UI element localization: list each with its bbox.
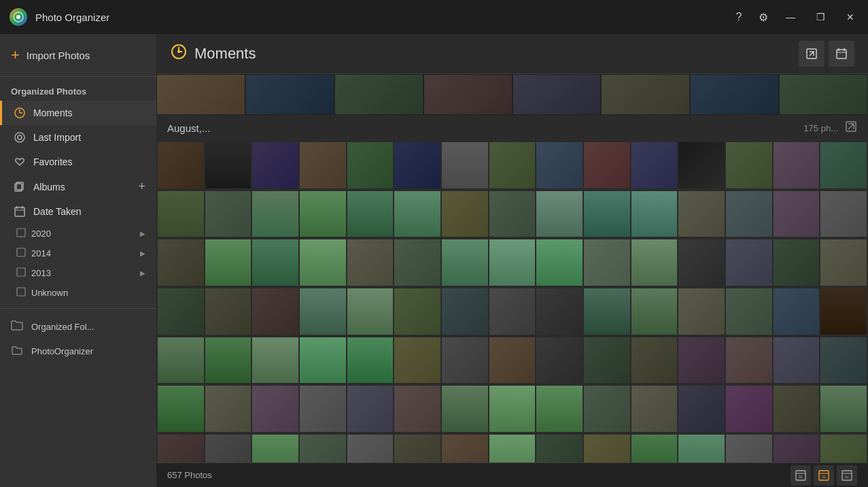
table-row[interactable]	[726, 337, 772, 384]
table-row[interactable]	[347, 288, 394, 335]
sidebar-year-2020[interactable]: 2020 ▶	[0, 224, 156, 244]
table-row[interactable]	[300, 386, 346, 432]
table-row[interactable]	[678, 191, 725, 237]
table-row[interactable]	[489, 337, 536, 384]
table-row[interactable]	[584, 239, 630, 286]
table-row[interactable]	[678, 142, 725, 188]
table-row[interactable]	[820, 288, 867, 335]
table-row[interactable]	[394, 337, 440, 384]
table-row[interactable]	[726, 191, 772, 237]
table-row[interactable]	[347, 191, 394, 237]
sidebar-year-2013[interactable]: 2013 ▶	[0, 263, 156, 283]
table-row[interactable]	[584, 435, 630, 463]
table-row[interactable]	[726, 239, 772, 286]
table-row[interactable]	[584, 142, 630, 188]
table-row[interactable]	[631, 239, 678, 286]
strip-photo-2[interactable]	[245, 74, 334, 115]
import-photos-button[interactable]: + Import Photos	[0, 34, 156, 77]
close-button[interactable]: ✕	[841, 7, 860, 27]
strip-photo-3[interactable]	[334, 74, 423, 115]
table-row[interactable]	[584, 288, 630, 335]
table-row[interactable]	[774, 386, 820, 432]
table-row[interactable]	[536, 239, 583, 286]
table-row[interactable]	[394, 435, 440, 463]
strip-photo-4[interactable]	[423, 74, 513, 115]
sidebar-photo-organizer-folder[interactable]: PhotoOrganizer	[0, 339, 156, 363]
table-row[interactable]	[726, 288, 772, 335]
table-row[interactable]	[820, 239, 867, 286]
table-row[interactable]	[442, 386, 488, 432]
strip-photo-1[interactable]	[156, 74, 245, 115]
sidebar-item-favorites[interactable]: Favorites	[0, 150, 156, 174]
table-row[interactable]	[631, 142, 678, 188]
table-row[interactable]	[726, 386, 772, 432]
table-row[interactable]	[158, 386, 204, 432]
table-row[interactable]	[489, 239, 536, 286]
minimize-button[interactable]: —	[781, 7, 800, 27]
table-row[interactable]	[820, 142, 867, 188]
export-view-button[interactable]	[799, 41, 824, 67]
table-row[interactable]	[584, 386, 630, 432]
sidebar-item-moments[interactable]: Moments	[0, 101, 156, 125]
month-export-icon[interactable]	[845, 120, 857, 135]
table-row[interactable]	[158, 435, 204, 463]
sidebar-item-unknown[interactable]: Unknown	[0, 283, 156, 303]
table-row[interactable]	[347, 386, 394, 432]
status-calendar-week-button[interactable]: 31	[814, 465, 834, 486]
sidebar-item-albums[interactable]: Albums +	[0, 174, 156, 199]
table-row[interactable]	[347, 142, 394, 188]
table-row[interactable]	[158, 142, 204, 188]
table-row[interactable]	[205, 239, 251, 286]
table-row[interactable]	[205, 337, 251, 384]
strip-photo-7[interactable]	[690, 74, 779, 115]
table-row[interactable]	[252, 191, 298, 237]
table-row[interactable]	[536, 435, 583, 463]
table-row[interactable]	[300, 288, 346, 335]
table-row[interactable]	[158, 288, 204, 335]
calendar-view-button[interactable]	[829, 41, 854, 67]
status-calendar-year-button[interactable]: 365	[837, 465, 857, 486]
table-row[interactable]	[489, 386, 536, 432]
table-row[interactable]	[489, 142, 536, 188]
table-row[interactable]	[536, 337, 583, 384]
table-row[interactable]	[536, 288, 583, 335]
table-row[interactable]	[536, 191, 583, 237]
table-row[interactable]	[205, 288, 251, 335]
sidebar-item-date-taken[interactable]: Date Taken	[0, 199, 156, 224]
table-row[interactable]	[205, 142, 251, 188]
table-row[interactable]	[820, 435, 867, 463]
table-row[interactable]	[820, 191, 867, 237]
table-row[interactable]	[347, 435, 394, 463]
table-row[interactable]	[300, 239, 346, 286]
table-row[interactable]	[442, 239, 488, 286]
table-row[interactable]	[774, 435, 820, 463]
sidebar-item-last-import[interactable]: Last Import	[0, 125, 156, 150]
table-row[interactable]	[158, 337, 204, 384]
table-row[interactable]	[158, 239, 204, 286]
table-row[interactable]	[347, 239, 394, 286]
table-row[interactable]	[678, 288, 725, 335]
sidebar-organized-folders[interactable]: Organized Fol...	[0, 314, 156, 339]
table-row[interactable]	[252, 337, 298, 384]
table-row[interactable]	[252, 142, 298, 188]
table-row[interactable]	[726, 142, 772, 188]
table-row[interactable]	[300, 142, 346, 188]
strip-photo-6[interactable]	[601, 74, 690, 115]
table-row[interactable]	[158, 191, 204, 237]
table-row[interactable]	[394, 288, 440, 335]
maximize-button[interactable]: ❐	[811, 7, 830, 27]
table-row[interactable]	[442, 435, 488, 463]
table-row[interactable]	[394, 239, 440, 286]
table-row[interactable]	[489, 288, 536, 335]
table-row[interactable]	[536, 386, 583, 432]
table-row[interactable]	[726, 435, 772, 463]
table-row[interactable]	[205, 435, 251, 463]
table-row[interactable]	[442, 337, 488, 384]
table-row[interactable]	[205, 386, 251, 432]
table-row[interactable]	[442, 191, 488, 237]
strip-photo-8[interactable]	[779, 74, 868, 115]
table-row[interactable]	[774, 142, 820, 188]
table-row[interactable]	[678, 337, 725, 384]
table-row[interactable]	[774, 191, 820, 237]
table-row[interactable]	[631, 288, 678, 335]
